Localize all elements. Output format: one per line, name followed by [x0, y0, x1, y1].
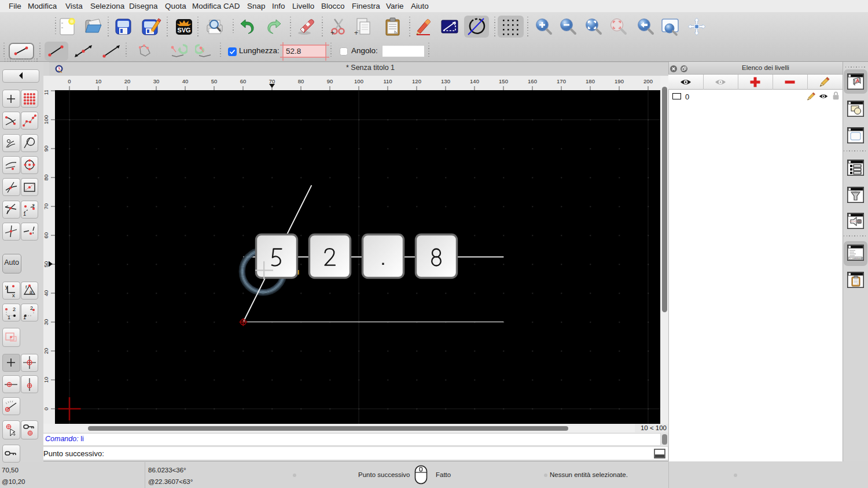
svg-text:1: 1: [8, 315, 10, 320]
svg-text:80: 80: [298, 78, 304, 84]
svg-text:60: 60: [240, 78, 247, 84]
svg-text:1: 1: [23, 315, 26, 320]
svg-text:90: 90: [327, 78, 333, 84]
svg-text:y: y: [5, 283, 8, 290]
svg-text:2: 2: [30, 305, 33, 311]
svg-text:90: 90: [43, 146, 49, 152]
svg-text:150: 150: [499, 78, 508, 84]
svg-text:x: x: [12, 292, 15, 298]
svg-text:+: +: [354, 29, 358, 37]
svg-text:SVG: SVG: [177, 27, 190, 34]
svg-text:70: 70: [269, 78, 275, 84]
svg-text:130: 130: [441, 78, 450, 84]
svg-text:30: 30: [153, 78, 160, 84]
svg-text:10: 10: [43, 377, 49, 383]
svg-text:40: 40: [182, 78, 189, 84]
svg-text:2: 2: [32, 203, 35, 209]
svg-text:110: 110: [43, 90, 49, 95]
svg-text:180: 180: [586, 78, 595, 84]
svg-text:20: 20: [124, 78, 131, 84]
svg-text:40: 40: [43, 290, 49, 297]
svg-text:< command: < command: [850, 257, 862, 260]
svg-text:+: +: [330, 29, 334, 37]
svg-text:160: 160: [528, 78, 537, 84]
svg-text:a: a: [30, 289, 32, 295]
svg-text:120: 120: [412, 78, 421, 84]
svg-text:200: 200: [643, 78, 653, 84]
svg-text:1: 1: [23, 211, 26, 217]
svg-text:r: r: [25, 284, 27, 290]
svg-text:100: 100: [354, 78, 363, 84]
svg-text:140: 140: [470, 78, 479, 84]
svg-text:2: 2: [13, 306, 16, 312]
svg-text:80: 80: [43, 175, 49, 181]
svg-text:110: 110: [383, 78, 392, 84]
svg-text:50: 50: [211, 78, 218, 84]
svg-text:60: 60: [43, 232, 49, 239]
svg-text:50: 50: [43, 261, 49, 268]
svg-text:0: 0: [68, 78, 71, 84]
svg-text:10: 10: [95, 78, 102, 84]
svg-text:30: 30: [43, 319, 49, 326]
svg-text:190: 190: [615, 78, 624, 84]
svg-text:0: 0: [43, 407, 49, 410]
svg-text:170: 170: [557, 78, 566, 84]
svg-text:100: 100: [43, 115, 49, 124]
svg-text:20: 20: [43, 348, 49, 354]
svg-text:70: 70: [43, 204, 49, 210]
